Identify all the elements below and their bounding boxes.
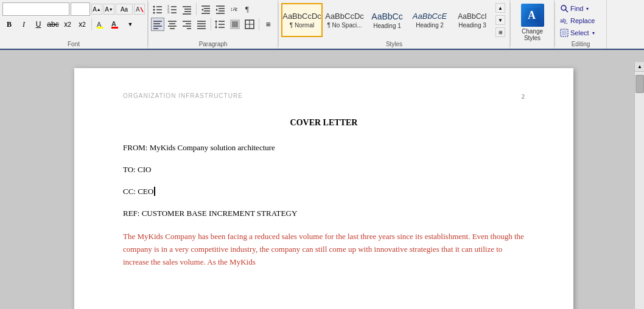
replace-label: Replace — [570, 17, 595, 24]
find-button[interactable]: Find ▾ — [558, 2, 604, 15]
svg-point-8 — [153, 9, 155, 11]
paragraph-group: 1.2.3. ↕AZ ¶ — [149, 0, 278, 49]
svg-text:↔: ↔ — [563, 20, 569, 25]
show-hide-button[interactable]: ¶ — [243, 2, 256, 16]
select-dropdown-icon: ▾ — [592, 30, 595, 36]
clear-formatting-button[interactable]: A — [134, 4, 145, 15]
change-styles-icon: A — [521, 4, 544, 27]
page-number: 2 — [522, 92, 525, 100]
font-increase-button[interactable]: A▲ — [91, 4, 102, 15]
borders-button[interactable] — [243, 18, 256, 31]
select-label: Select — [570, 29, 589, 36]
multilevel-list-button[interactable] — [180, 2, 194, 16]
shading-button[interactable] — [228, 18, 242, 31]
align-left-button[interactable] — [151, 18, 164, 31]
svg-text:A: A — [528, 9, 536, 21]
left-bar — [0, 62, 13, 309]
to-line: TO: CIO — [123, 165, 525, 175]
style-heading2-item[interactable]: AaBbCcE Heading 2 — [409, 3, 450, 37]
from-line: FROM: MyKids Company solution architectu… — [123, 143, 525, 153]
find-label: Find — [570, 5, 583, 12]
styles-expand-button[interactable]: ⊞ — [495, 27, 505, 37]
svg-rect-3 — [97, 27, 103, 29]
style-nospace-label: ¶ No Spaci... — [327, 22, 362, 29]
svg-line-1 — [141, 7, 143, 12]
font-case-button[interactable]: Aa — [116, 4, 133, 15]
decrease-indent-button[interactable] — [199, 2, 212, 16]
styles-scroll-up-button[interactable]: ▲ — [495, 3, 505, 13]
font-color-button[interactable]: A — [109, 18, 122, 31]
justify-button[interactable] — [195, 18, 208, 31]
style-normal-item[interactable]: AaBbCcDc ¶ Normal — [281, 3, 323, 37]
font-decrease-button[interactable]: A▼ — [103, 4, 114, 15]
separator — [91, 18, 92, 30]
underline-button[interactable]: U — [32, 18, 45, 31]
strikethrough-button[interactable]: abc — [46, 18, 60, 31]
style-h1-preview: AaBbCc — [371, 12, 402, 21]
svg-marker-56 — [215, 27, 217, 29]
svg-line-65 — [565, 10, 568, 12]
styles-scroll-down-button[interactable]: ▼ — [495, 15, 505, 25]
svg-marker-26 — [201, 9, 203, 11]
font-options-button[interactable]: ▼ — [124, 18, 137, 31]
body-text: The MyKids Company has been facing a red… — [123, 231, 525, 268]
font-size-input[interactable]: 12 — [71, 2, 90, 16]
scrollbar: ▲ ▼ — [634, 62, 644, 309]
document-area: ORGANIZATION INFRASTRUCTURE 2 COVER LETT… — [0, 62, 644, 309]
bullets-button[interactable] — [151, 2, 164, 16]
replace-icon: ab↔ — [560, 16, 569, 25]
style-h2-preview: AaBbCcE — [413, 12, 447, 21]
replace-button[interactable]: ab↔ Replace — [558, 15, 604, 27]
italic-button[interactable]: I — [17, 18, 30, 31]
ribbon-content: Times New Rom 12 A▲ A▼ Aa A B I U abc x2… — [0, 0, 644, 50]
numbering-button[interactable]: 1.2.3. — [166, 2, 179, 16]
paragraph-group-label: Paragraph — [149, 41, 278, 47]
editing-group-label: Editing — [555, 41, 606, 47]
font-name-input[interactable]: Times New Rom — [2, 2, 69, 16]
svg-point-10 — [153, 12, 155, 14]
document-scroll[interactable]: ORGANIZATION INFRASTRUCTURE 2 COVER LETT… — [13, 62, 634, 309]
font-group-label: Font — [0, 41, 147, 47]
svg-marker-55 — [215, 20, 217, 22]
style-normal-preview: AaBbCcDc — [282, 12, 321, 21]
change-styles-label: Change Styles — [522, 28, 543, 41]
scroll-up-button[interactable]: ▲ — [635, 62, 644, 72]
style-h2-label: Heading 2 — [416, 22, 444, 29]
page-header-text: ORGANIZATION INFRASTRUCTURE — [123, 92, 243, 100]
svg-text:¶: ¶ — [245, 4, 249, 13]
bold-button[interactable]: B — [2, 18, 16, 31]
sort-button[interactable]: ↕AZ — [228, 2, 242, 16]
svg-point-6 — [153, 6, 155, 8]
superscript-button[interactable]: x2 — [75, 18, 89, 31]
svg-text:A: A — [136, 6, 140, 13]
subscript-button[interactable]: x2 — [61, 18, 74, 31]
line-spacing-button[interactable] — [214, 18, 227, 31]
svg-rect-69 — [562, 30, 567, 35]
style-heading1-item[interactable]: AaBbCc Heading 1 — [366, 3, 408, 37]
ref-line: REF: CUSTOMER BASE INCREMENT STRATEGY — [123, 209, 525, 218]
ribbon: Times New Rom 12 A▲ A▼ Aa A B I U abc x2… — [0, 0, 644, 62]
svg-point-64 — [561, 5, 566, 10]
styles-group: AaBbCcDc ¶ Normal AaBbCcDc ¶ No Spaci...… — [279, 0, 510, 49]
change-styles-group: A Change Styles — [511, 0, 555, 49]
style-heading3-item[interactable]: AaBbCcI Heading 3 — [452, 3, 493, 37]
styles-items-container: AaBbCcDc ¶ Normal AaBbCcDc ¶ No Spaci...… — [281, 2, 505, 38]
text-highlight-button[interactable]: A — [94, 18, 108, 31]
font-group: Times New Rom 12 A▲ A▼ Aa A B I U abc x2… — [0, 0, 148, 49]
svg-text:3.: 3. — [167, 10, 170, 14]
cc-line: CC: CEO — [123, 187, 525, 196]
select-button[interactable]: Select ▾ — [558, 27, 604, 39]
align-right-button[interactable] — [180, 18, 194, 31]
svg-text:A: A — [111, 20, 116, 27]
document-page: ORGANIZATION INFRASTRUCTURE 2 COVER LETT… — [74, 68, 573, 309]
para-dialog-button[interactable]: ⊞ — [262, 18, 275, 31]
scroll-track[interactable] — [635, 72, 644, 309]
style-normal-label: ¶ Normal — [290, 22, 314, 29]
style-nospace-item[interactable]: AaBbCcDc ¶ No Spaci... — [324, 3, 365, 37]
scroll-thumb[interactable] — [635, 75, 644, 93]
style-h3-preview: AaBbCcI — [458, 12, 486, 21]
align-center-button[interactable] — [166, 18, 179, 31]
increase-indent-button[interactable] — [214, 2, 227, 16]
svg-marker-31 — [216, 9, 218, 11]
change-styles-button[interactable]: A Change Styles — [521, 4, 544, 41]
